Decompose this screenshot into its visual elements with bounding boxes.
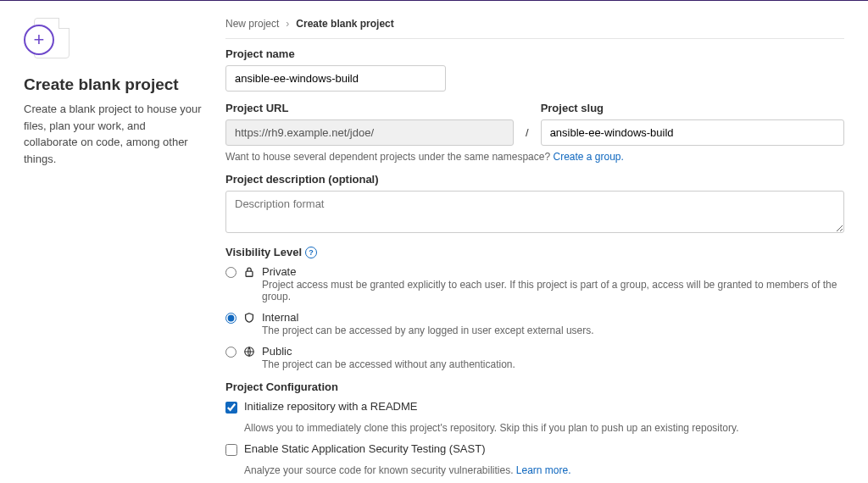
plus-icon: + bbox=[24, 25, 54, 55]
project-slug-label: Project slug bbox=[541, 102, 844, 114]
url-separator: / bbox=[522, 126, 532, 146]
project-url-input[interactable] bbox=[225, 119, 514, 146]
project-slug-input[interactable] bbox=[541, 119, 844, 146]
sast-desc: Analyze your source code for known secur… bbox=[244, 464, 516, 476]
readme-label: Initialize repository with a README bbox=[244, 400, 417, 413]
project-name-label: Project name bbox=[225, 47, 844, 60]
visibility-private-desc: Project access must be granted explicitl… bbox=[262, 279, 844, 303]
sidebar-description: Create a blank project to house your fil… bbox=[24, 101, 202, 167]
create-group-link[interactable]: Create a group. bbox=[553, 151, 623, 163]
visibility-private-label: Private bbox=[262, 265, 844, 278]
project-name-input[interactable] bbox=[225, 65, 446, 92]
visibility-heading: Visibility Level bbox=[225, 246, 302, 258]
visibility-private-radio[interactable] bbox=[225, 267, 236, 278]
sast-learn-more-link[interactable]: Learn more. bbox=[516, 464, 571, 476]
sast-label: Enable Static Application Security Testi… bbox=[244, 442, 485, 455]
svg-rect-0 bbox=[246, 271, 253, 276]
visibility-internal-radio[interactable] bbox=[225, 313, 236, 324]
project-url-label: Project URL bbox=[225, 102, 514, 114]
description-label: Project description (optional) bbox=[225, 173, 844, 186]
description-textarea[interactable] bbox=[225, 191, 844, 233]
lock-icon bbox=[243, 266, 255, 278]
sidebar-heading: Create blank project bbox=[24, 75, 202, 94]
breadcrumb-current: Create blank project bbox=[296, 18, 393, 30]
namespace-hint: Want to house several dependent projects… bbox=[225, 151, 844, 163]
breadcrumb: New project › Create blank project bbox=[225, 18, 844, 39]
chevron-right-icon: › bbox=[286, 18, 289, 30]
visibility-public-radio[interactable] bbox=[225, 347, 236, 358]
breadcrumb-parent[interactable]: New project bbox=[225, 18, 279, 30]
readme-checkbox[interactable] bbox=[225, 402, 237, 414]
help-icon[interactable]: ? bbox=[305, 247, 317, 258]
visibility-internal-label: Internal bbox=[262, 311, 844, 324]
globe-icon bbox=[243, 346, 255, 358]
sast-checkbox[interactable] bbox=[225, 444, 237, 456]
blank-project-icon: + bbox=[24, 18, 70, 60]
visibility-public-desc: The project can be accessed without any … bbox=[262, 358, 844, 370]
readme-desc: Allows you to immediately clone this pro… bbox=[244, 422, 844, 434]
visibility-internal-desc: The project can be accessed by any logge… bbox=[262, 325, 844, 336]
shield-icon bbox=[243, 312, 255, 324]
config-heading: Project Configuration bbox=[225, 380, 338, 393]
visibility-public-label: Public bbox=[262, 345, 844, 358]
